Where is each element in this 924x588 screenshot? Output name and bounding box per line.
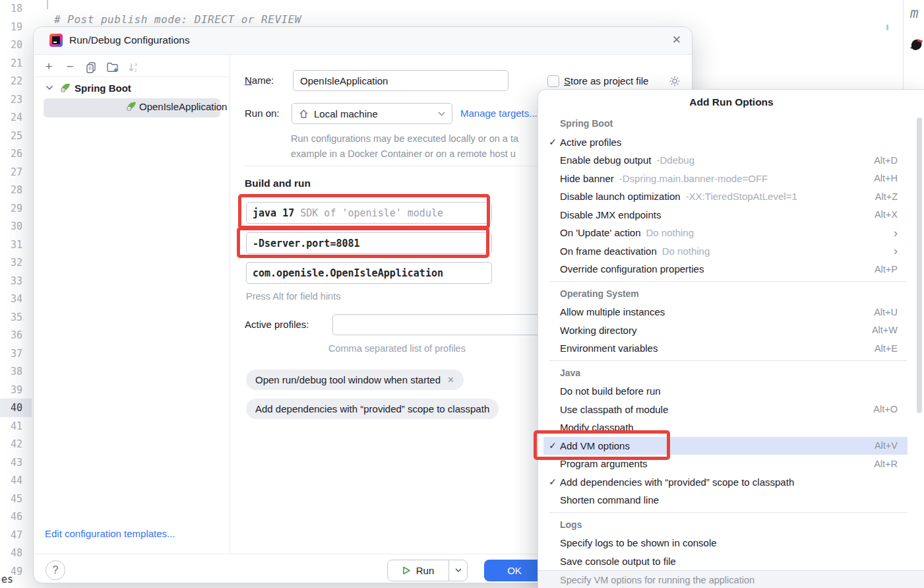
menu-section-spring-boot: Spring Boot — [543, 115, 924, 133]
menu-item-override-configuration-properties[interactable]: Override configuration propertiesAlt+P — [543, 260, 908, 278]
add-provided-dependencies-tag[interactable]: Add dependencies with “provided” scope t… — [246, 399, 499, 419]
menu-item-specify-logs-to-be-shown-in-console[interactable]: Specify logs to be shown in console — [543, 534, 908, 552]
run-button[interactable]: Run — [387, 560, 468, 581]
run-on-description-line1: Run configurations may be executed local… — [291, 133, 518, 144]
copy-configuration-icon[interactable] — [85, 61, 100, 76]
menu-item-on-update-action[interactable]: On 'Update' actionDo nothing› — [543, 224, 908, 242]
menu-separator — [549, 358, 907, 364]
line-number: 34 — [0, 290, 22, 309]
menu-item-shortcut: Alt+E — [875, 343, 898, 354]
menu-item-shortcut: Alt+W — [872, 325, 898, 335]
menu-title: Add Run Options — [538, 96, 924, 108]
menu-item-shortcut: Alt+H — [874, 173, 898, 183]
line-number: 25 — [0, 127, 22, 146]
menu-item-save-console-output-to-file[interactable]: Save console output to file — [543, 552, 908, 571]
name-label: Name: — [245, 75, 274, 86]
menu-item-label: Do not build before run — [560, 385, 661, 397]
ok-button[interactable]: OK — [484, 560, 545, 581]
run-options-chevron-icon[interactable] — [449, 568, 467, 573]
tag-label: Open run/debug tool window when started — [255, 374, 441, 385]
submenu-arrow-icon: › — [894, 246, 898, 255]
menu-item-disable-launch-optimization[interactable]: Disable launch optimization-XX:TieredSto… — [543, 187, 908, 206]
gear-icon[interactable] — [668, 75, 681, 88]
line-number: 32 — [0, 254, 22, 273]
line-number: 26 — [0, 145, 22, 164]
menu-item-shortcut: Alt+D — [874, 155, 898, 166]
menu-status-bar: Specify VM options for running the appli… — [538, 570, 924, 588]
run-on-description-line2: example in a Docker Container or on a re… — [291, 148, 516, 159]
line-number: 48 — [0, 544, 22, 563]
menu-item-shortcut: Alt+X — [875, 209, 898, 220]
store-as-project-file-checkbox[interactable] — [547, 75, 559, 87]
menu-item-label: Hide banner — [560, 173, 614, 184]
annotation-box-vm-options-field — [237, 227, 489, 258]
menu-item-hide-banner[interactable]: Hide banner-Dspring.main.banner-mode=OFF… — [543, 170, 908, 188]
remove-configuration-button[interactable]: − — [63, 59, 77, 74]
menu-item-hint: -Dspring.main.banner-mode=OFF — [619, 173, 768, 184]
annotation-box-jre-field — [238, 194, 490, 229]
line-number: 40 — [0, 399, 22, 418]
add-configuration-button[interactable]: + — [42, 59, 56, 74]
menu-item-shortcut: Alt+P — [875, 264, 898, 275]
build-and-run-heading: Build and run — [245, 178, 311, 189]
menu-item-enable-debug-output[interactable]: Enable debug output-DdebugAlt+D — [543, 151, 908, 170]
error-stripe-mark — [886, 24, 888, 30]
editor-caret — [47, 0, 48, 9]
menu-item-hint: Do nothing — [662, 245, 710, 257]
tree-item-openisleapplication[interactable]: OpenIsleApplication — [139, 101, 227, 112]
chevron-down-icon[interactable] — [46, 85, 53, 90]
editor-bottom-text: es — [1, 573, 13, 585]
annotation-box-add-vm-options — [534, 430, 670, 460]
menu-item-label: On frame deactivation — [560, 245, 657, 257]
menu-item-add-dependencies-with-provided-scope-to-classpath[interactable]: ✓Add dependencies with “provided” scope … — [543, 473, 908, 492]
menu-separator — [549, 278, 907, 285]
menu-item-on-frame-deactivation[interactable]: On frame deactivationDo nothing› — [543, 242, 908, 261]
menu-item-label: Add dependencies with “provided” scope t… — [560, 476, 794, 488]
close-icon[interactable]: ✕ — [672, 33, 681, 47]
menu-item-label: Use classpath of module — [560, 404, 668, 415]
menu-item-shorten-command-line[interactable]: Shorten command line — [543, 491, 908, 509]
svg-text:a: a — [135, 62, 137, 67]
manage-targets-link[interactable]: Manage targets... — [460, 108, 538, 119]
menu-scrollbar-thumb[interactable] — [917, 117, 922, 413]
run-options-list: Spring Boot✓Active profilesEnable debug … — [538, 115, 924, 570]
line-number: 42 — [0, 436, 22, 454]
open-run-tool-window-tag[interactable]: Open run/debug tool window when started … — [246, 370, 464, 390]
line-number: 37 — [0, 345, 22, 364]
remove-tag-icon[interactable]: ✕ — [447, 375, 454, 385]
menu-item-shortcut: Alt+V — [875, 440, 898, 451]
new-folder-icon[interactable] — [106, 61, 121, 76]
menu-item-shortcut: Alt+U — [874, 307, 898, 317]
line-number: 29 — [0, 200, 22, 218]
menu-item-hint: -Ddebug — [656, 154, 694, 166]
line-number: 45 — [0, 490, 22, 509]
line-number: 46 — [0, 508, 22, 527]
chevron-down-icon — [438, 112, 445, 116]
menu-item-do-not-build-before-run[interactable]: Do not build before run — [543, 382, 908, 401]
menu-item-active-profiles[interactable]: ✓Active profiles — [543, 133, 908, 152]
menu-separator — [549, 509, 907, 516]
menu-item-allow-multiple-instances[interactable]: Allow multiple instancesAlt+U — [543, 303, 908, 321]
menu-item-label: Environment variables — [560, 343, 658, 354]
help-button[interactable]: ? — [46, 560, 65, 580]
name-input[interactable]: OpenIsleApplication — [293, 70, 508, 91]
menu-item-shortcut: Alt+O — [873, 404, 898, 414]
menu-item-working-directory[interactable]: Working directoryAlt+W — [543, 321, 908, 340]
menu-item-use-classpath-of-module[interactable]: Use classpath of moduleAlt+O — [543, 401, 908, 419]
main-class-field[interactable]: com.openisle.OpenIsleApplication — [246, 262, 492, 284]
menu-item-environment-variables[interactable]: Environment variablesAlt+E — [543, 339, 908, 358]
menu-section-logs: Logs — [543, 516, 924, 535]
edit-configuration-templates-link[interactable]: Edit configuration templates... — [45, 528, 175, 539]
bird-icon — [909, 37, 924, 53]
submenu-arrow-icon: › — [894, 228, 898, 238]
sort-alphabetically-icon[interactable]: a z — [127, 61, 142, 76]
menu-item-label: Allow multiple instances — [560, 306, 665, 317]
line-number: 22 — [0, 73, 22, 91]
check-icon: ✓ — [545, 137, 560, 147]
menu-item-disable-jmx-endpoints[interactable]: Disable JMX endpointsAlt+X — [543, 206, 908, 224]
run-on-select[interactable]: Local machine — [292, 103, 452, 124]
line-number: 31 — [0, 236, 22, 255]
tree-group-spring-boot[interactable]: Spring Boot — [75, 82, 131, 94]
line-number: 18 — [0, 0, 22, 18]
dialog-title: Run/Debug Configurations — [69, 34, 190, 46]
